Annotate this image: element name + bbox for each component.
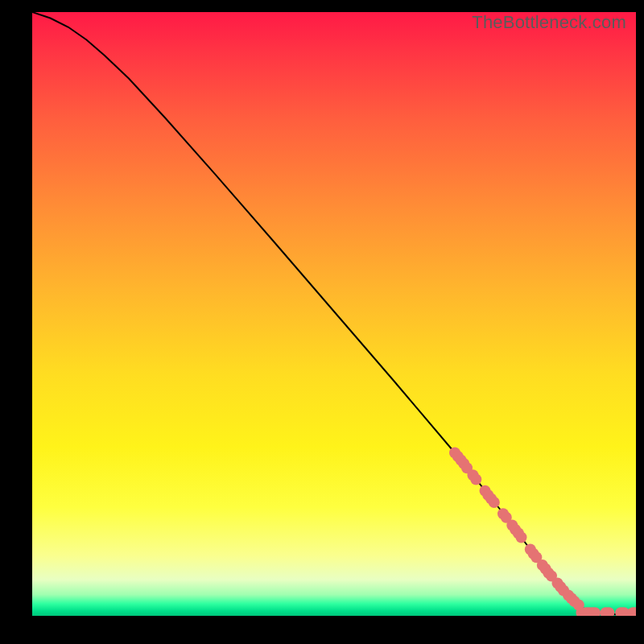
plot-area: TheBottleneck.com: [32, 12, 636, 616]
chart-overlay: [32, 12, 636, 616]
highlight-marker: [470, 474, 481, 485]
highlight-marker: [516, 532, 527, 543]
highlight-markers: [449, 448, 636, 617]
chart-container: TheBottleneck.com: [0, 0, 644, 644]
highlight-marker: [489, 497, 500, 508]
bottleneck-curve: [32, 12, 636, 615]
